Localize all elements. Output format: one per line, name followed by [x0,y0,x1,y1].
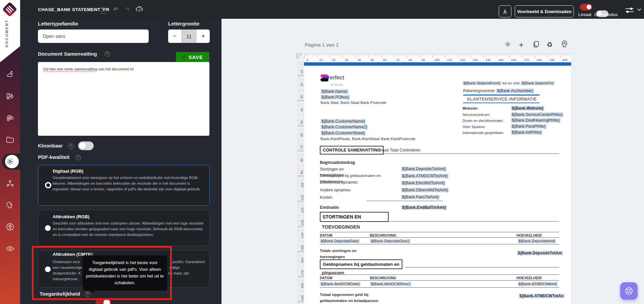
edit-title-icon[interactable]: ✎ [101,6,105,14]
summary-text-rest: van het document in! [97,67,134,71]
font-family-input[interactable]: Open sans [38,29,149,43]
bank-city-line: Bank.Stad, Bank.Staat Bank.Postcode [320,101,386,105]
deposits-section-box: STORTINGEN EN [320,212,389,222]
horizontal-ruler[interactable]: 0102030405060708090100110120130140150160… [304,53,571,62]
sidebar-item-theme[interactable] [6,70,14,78]
summary-text-misspelled: Vul hier een korte samenvatting [43,67,97,71]
sidebar-item-accessibility[interactable] [6,223,14,231]
control-summary-box: CONTROLE SAMENVATTING [320,146,384,155]
cloneable-toggle[interactable] [78,141,94,150]
field-end-balance[interactable]: ${Bank.EndBalTotAmt} [401,205,447,210]
field-bank-pobox[interactable]: ${Bank.PObox} [320,95,350,100]
field-atm-amt[interactable]: ${Bank.ATMDCWAmt} [517,282,558,286]
cloneable-help-icon[interactable]: ? [68,143,73,149]
pdf-quality-label: PDF-kwaliteit [38,154,69,160]
sidebar-item-files[interactable] [6,136,14,143]
control-summary-sub: Chase Total Controleren [377,148,420,153]
sidebar-item-settings[interactable] [6,158,14,166]
field-others-total[interactable]: ${Bank.OthersWdTotAmt} [401,188,449,192]
statement-period-line: ${Bank.StatemtFrom} tot en met ${Bank.St… [462,81,555,85]
field-spanish-phone[interactable]: ${Bank.ParaPhNo} [511,124,547,129]
sidebar-item-ai-assist[interactable] [6,201,14,209]
field-deposit-total[interactable]: ${Bank.DepositeTotAmt} [401,167,447,171]
ruler-corner-icon[interactable] [296,53,302,59]
field-fees-total[interactable]: ${Bank.FeesTotAmt} [401,195,440,199]
preview-download-button[interactable]: Voorbeeld & Downloaden [515,5,574,17]
page-settings-icon[interactable] [504,41,511,48]
field-customer-name[interactable]: ${Bank.CustomerName} [320,119,366,124]
field-customer-street[interactable]: ${Bank.CustomerStreet} [320,131,366,135]
field-atm-date[interactable]: ${Bank.AtmDCWDate} [320,282,361,286]
ruler-toggle[interactable] [580,4,592,10]
field-bank-name[interactable]: ${Bank.Name} [320,89,348,94]
customer-service-header: KLANTENSERVICE-INFORMATIE [463,95,540,103]
doc-logo: erfect oc Studio [320,74,344,86]
top-bar: CHASE_BANK STATEMENT_FR ✎ ↶ ↷ Voorbeeld … [0,0,644,19]
font-size-decrease-button[interactable]: − [168,29,181,43]
sidebar-item-brand-colors[interactable] [6,92,14,100]
field-intl-phone[interactable]: ${Bank.IntPhNo} [511,130,543,135]
field-deaf-hearing[interactable]: ${Bank.DeafHearingPhNo} [511,118,561,123]
vertical-ruler[interactable]: 1020304050607080901001101201301401501601… [297,62,304,304]
cloneable-label: Kloonbaar [38,143,63,148]
recycle-icon[interactable]: ♻ [547,41,553,49]
customer-city-line: Bank.KlantPlaats, Bank.KlantStaat Bank.K… [320,137,415,141]
accessibility-tooltip: Toegankelijkheid is het beste voor digit… [83,255,167,291]
sidebar-gradient [0,0,20,304]
redo-icon[interactable]: ↷ [125,6,130,13]
chevron-down-icon[interactable] [637,8,642,11]
accessibility-toggle[interactable] [96,298,111,304]
atm-section-box: Geldopnames bij geldautomaten en [320,259,402,269]
add-page-icon[interactable]: + [519,40,524,50]
field-deposit-date[interactable]: ${Bank.DepositeDate} [320,239,360,243]
download-icon [502,9,508,14]
field-atm-total-2[interactable]: ${Bank.ATMDCWTotAn [518,294,565,298]
radio-selected-icon[interactable] [45,182,51,188]
sidebar-item-preview-eye[interactable] [6,245,14,252]
sidebar-module-label: DOCUMENT [5,19,9,48]
field-atm-total[interactable]: ${Bank.ATMDCWTotAmt} [401,174,449,178]
field-deposit-desc[interactable]: ${Bank.DepositeDesc} [370,239,410,243]
field-customer-name2[interactable]: ${Bank.CustomerName2} [320,125,368,129]
cloud-sync-icon[interactable] [136,6,144,13]
field-deposit-total-2[interactable]: ${Bank.DepositeTotAm [517,251,563,255]
save-button[interactable]: SAVE [176,52,209,62]
radio-unselected-icon[interactable] [45,266,51,272]
radio-unselected-icon[interactable] [45,225,51,231]
accessibility-label: Toegankelijkheid [40,291,80,297]
document-preview-area: Pagina 1 van 1 + ♻ 010203040506070809010… [221,19,644,304]
field-atm-desc[interactable]: ${Bank.AtmDCWDesc} [370,282,411,286]
font-size-value: 11 [181,29,197,43]
document-title: CHASE_BANK STATEMENT_FR [38,7,109,12]
duplicate-page-icon[interactable] [533,41,539,48]
sidebar-item-integrations[interactable] [6,179,14,187]
summary-textarea[interactable]: Vul hier een korte samenvatting van het … [38,62,209,136]
pdf-quality-help-icon[interactable]: ? [76,155,81,160]
selected-row-bar [304,62,571,66]
undo-icon[interactable]: ↶ [113,6,118,13]
summary-help-icon[interactable]: ? [105,51,110,57]
ruler-toggle-label: Liniaal [578,12,591,17]
help-fab-button[interactable] [620,282,638,300]
settings-sliders-icon[interactable] [625,6,634,14]
tips-icon[interactable] [561,41,567,48]
font-size-increase-button[interactable]: + [197,29,210,43]
accessibility-help-icon[interactable]: ? [85,292,90,297]
field-elect-total[interactable]: ${Bank.ElectWdTotAmt} [401,181,446,185]
font-family-label: Lettertypefamilie [38,21,78,26]
field-website[interactable]: ${Bank.Website} [511,106,544,111]
pdf-quality-option-print-rgb[interactable]: Afdrukken (RGB) Geschikt voor afdrukken … [38,210,210,246]
field-service-center[interactable]: ${Bank.ServiceCenterPhNo} [511,112,563,117]
save-swoosh-icon [183,55,186,59]
sidebar-item-collaboration[interactable] [6,114,14,122]
readmode-toggle-label: Leesmodus [594,12,618,17]
life-buoy-icon [624,286,634,296]
account-number-line: Rekeningnummer ${Bank.AccNumber} [463,88,534,93]
pdf-quality-option-digital[interactable]: Digitaal (RGB) Geoptimaliseerd voor weer… [38,165,210,206]
document-page[interactable]: erfect oc Studio ${Bank.Name} ${Bank.POb… [304,62,571,304]
field-deposit-amt[interactable]: ${Bank.DepositeAmt} [517,239,556,243]
page-indicator: Pagina 1 van 1 [305,42,339,48]
download-button[interactable] [499,5,511,17]
app-logo[interactable] [2,2,17,17]
settings-panel: Lettertypefamilie Open sans Lettergroott… [20,0,221,304]
